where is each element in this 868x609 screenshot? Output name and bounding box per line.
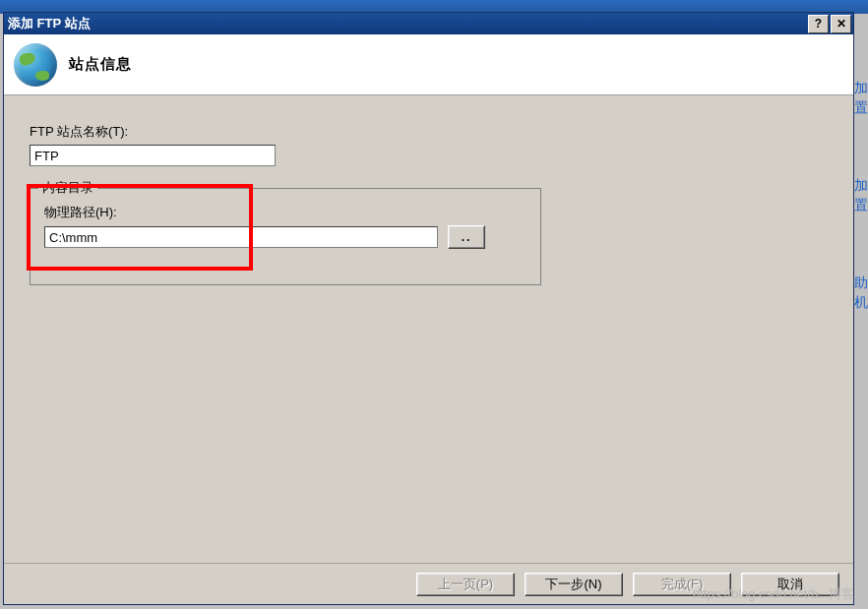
banner: 站点信息 — [4, 34, 853, 95]
physical-path-label: 物理路径(H): — [44, 204, 527, 221]
physical-path-input[interactable] — [44, 226, 438, 248]
help-button[interactable]: ? — [808, 15, 829, 33]
site-name-label: FTP 站点名称(T): — [30, 123, 828, 141]
cancel-button[interactable]: 取消 — [741, 573, 839, 596]
button-row: 上一页(P) 下一步(N) 完成(F) 取消 — [4, 563, 853, 604]
group-legend: 内容目录 — [38, 179, 97, 197]
globe-icon — [14, 43, 57, 87]
titlebar: 添加 FTP 站点 ? ✕ — [4, 13, 853, 34]
window-title: 添加 FTP 站点 — [8, 15, 91, 32]
close-button[interactable]: ✕ — [831, 15, 851, 33]
site-name-input[interactable] — [30, 145, 276, 166]
prev-button: 上一页(P) — [416, 573, 515, 596]
finish-button: 完成(F) — [633, 573, 731, 596]
content-directory-group: 内容目录 物理路径(H): .. — [30, 188, 541, 285]
background-side-text: 加置 加置 助机 — [854, 79, 868, 313]
content-area: FTP 站点名称(T): 内容目录 物理路径(H): .. — [4, 95, 853, 563]
browse-button[interactable]: .. — [448, 225, 485, 249]
dialog-window: 添加 FTP 站点 ? ✕ 站点信息 FTP 站点名称(T): 内容目录 物理路… — [3, 12, 854, 605]
next-button[interactable]: 下一步(N) — [525, 573, 623, 596]
banner-heading: 站点信息 — [69, 55, 132, 74]
